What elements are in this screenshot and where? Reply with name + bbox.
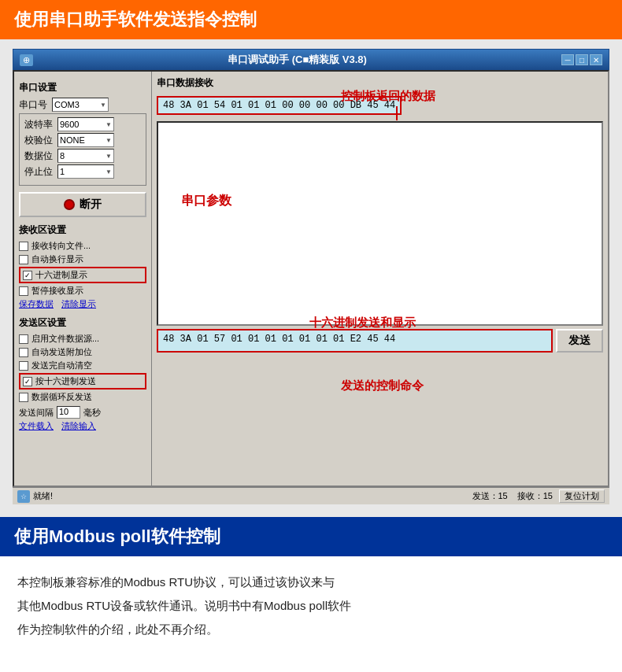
right-panel: 串口数据接收 48 3A 01 54 01 01 01 00 00 00 00 … xyxy=(152,72,608,486)
send-data-display[interactable]: 48 3A 01 57 01 01 01 01 01 01 01 E2 45 4… xyxy=(157,329,553,353)
send-row: 48 3A 01 57 01 01 01 01 01 01 01 E2 45 4… xyxy=(157,329,603,353)
baud-arrow: ▼ xyxy=(106,121,112,128)
send-count: 发送：15 xyxy=(472,490,508,502)
left-panel: 串口设置 串口号 COM3 ▼ 波特率 9600 ▼ 校验位 xyxy=(14,72,152,486)
auto-newline-checkbox[interactable] xyxy=(19,255,28,264)
port-row: 串口号 COM3 ▼ xyxy=(19,98,146,112)
disconnect-button[interactable]: 断开 xyxy=(19,192,146,217)
data-bits-select[interactable]: 8 ▼ xyxy=(57,149,114,163)
baud-row: 波特率 9600 ▼ xyxy=(24,117,141,131)
stop-bits-select[interactable]: 1 ▼ xyxy=(57,164,114,179)
parity-row: 校验位 NONE ▼ xyxy=(24,133,141,147)
recv-links: 保存数据 清除显示 xyxy=(19,298,146,310)
send-complete-row: 发送完自动清空 xyxy=(19,360,146,371)
pause-recv-row: 暂停接收显示 xyxy=(19,285,146,297)
baud-label: 波特率 xyxy=(24,118,57,131)
interval-unit: 毫秒 xyxy=(83,407,101,419)
send-links: 文件载入 清除输入 xyxy=(19,420,146,432)
section2-content: 本控制板兼容标准的Modbus RTU协议，可以通过该协议来与其他Modbus … xyxy=(0,556,622,660)
recv-settings-title: 接收区设置 xyxy=(19,223,146,237)
status-text: 就绪! xyxy=(33,490,472,502)
maximize-button[interactable]: □ xyxy=(576,54,588,65)
file-source-row: 启用文件数据源... xyxy=(19,333,146,345)
disconnect-indicator xyxy=(64,199,75,210)
clear-input-link[interactable]: 清除输入 xyxy=(61,420,96,432)
hex-display-row: 十六进制显示 xyxy=(19,267,146,283)
interval-row: 发送间隔 10 毫秒 xyxy=(19,406,146,419)
section2-paragraph: 本控制板兼容标准的Modbus RTU协议，可以通过该协议来与其他Modbus … xyxy=(17,570,605,641)
window-title: 串口调试助手 (C■精装版 V3.8) xyxy=(33,53,561,67)
close-button[interactable]: ✕ xyxy=(590,54,602,65)
loop-send-row: 数据循环反发送 xyxy=(19,391,146,403)
hex-send-checkbox[interactable] xyxy=(23,377,32,386)
data-bits-arrow: ▼ xyxy=(106,153,112,160)
data-bits-row: 数据位 8 ▼ xyxy=(24,149,141,163)
window-controls: ─ □ ✕ xyxy=(561,54,602,65)
loop-send-checkbox[interactable] xyxy=(19,393,28,402)
port-select-arrow: ▼ xyxy=(100,102,106,109)
file-input-link[interactable]: 文件载入 xyxy=(19,420,54,432)
parity-select[interactable]: NONE ▼ xyxy=(57,133,114,147)
auto-add-row: 自动发送附加位 xyxy=(19,346,146,358)
reset-button[interactable]: 复位计划 xyxy=(559,489,605,503)
send-button[interactable]: 发送 xyxy=(556,329,603,353)
send-settings-title: 发送区设置 xyxy=(19,316,146,330)
auto-newline-row: 自动换行显示 xyxy=(19,253,146,265)
status-counts: 发送：15 接收：15 xyxy=(472,490,554,502)
window-body: 串口设置 串口号 COM3 ▼ 波特率 9600 ▼ 校验位 xyxy=(13,70,609,487)
annotation-send-cmd: 发送的控制命令 xyxy=(341,378,424,393)
recv-count: 接收：15 xyxy=(517,490,553,502)
interval-input[interactable]: 10 xyxy=(57,406,80,419)
clear-display-link[interactable]: 清除显示 xyxy=(61,298,96,310)
window-logo: ⊕ xyxy=(20,54,33,66)
annotation-control-data: 控制板返回的数据 xyxy=(341,89,435,104)
file-source-checkbox[interactable] xyxy=(19,334,28,344)
pause-recv-checkbox[interactable] xyxy=(19,286,28,296)
serial-params-group: 波特率 9600 ▼ 校验位 NONE ▼ 数据位 8 xyxy=(19,113,146,186)
recv-file-checkbox[interactable] xyxy=(19,242,28,251)
parity-arrow: ▼ xyxy=(106,137,112,144)
status-icon: ☆ xyxy=(17,490,30,503)
port-select[interactable]: COM3 ▼ xyxy=(52,98,109,112)
stop-bits-label: 停止位 xyxy=(24,165,57,179)
annotation-hex-display: 十六进制发送和显示 xyxy=(309,316,416,330)
serial-settings-title: 串口设置 xyxy=(19,81,146,94)
port-label: 串口号 xyxy=(19,98,52,112)
hex-display-checkbox[interactable] xyxy=(23,271,32,280)
stop-bits-arrow: ▼ xyxy=(106,168,112,175)
baud-select[interactable]: 9600 ▼ xyxy=(57,117,114,131)
send-complete-checkbox[interactable] xyxy=(19,361,28,371)
software-area: ⊕ 串口调试助手 (C■精装版 V3.8) ─ □ ✕ 串口设置 串口号 COM… xyxy=(0,39,622,517)
stop-bits-row: 停止位 1 ▼ xyxy=(24,164,141,179)
recv-section-title: 串口数据接收 xyxy=(157,76,603,90)
section2-header: 使用Modbus poll软件控制 xyxy=(0,517,622,556)
annotation-arrow-down-1 xyxy=(396,106,398,120)
recv-area-main xyxy=(157,121,603,326)
interval-label: 发送间隔 xyxy=(19,407,54,419)
parity-label: 校验位 xyxy=(24,134,57,147)
auto-add-checkbox[interactable] xyxy=(19,348,28,357)
recv-file-row: 接收转向文件... xyxy=(19,240,146,252)
section1-header: 使用串口助手软件发送指令控制 xyxy=(0,0,622,39)
window-chrome: ⊕ 串口调试助手 (C■精装版 V3.8) ─ □ ✕ xyxy=(13,49,609,70)
minimize-button[interactable]: ─ xyxy=(561,54,574,65)
save-data-link[interactable]: 保存数据 xyxy=(19,298,54,310)
status-bar: ☆ 就绪! 发送：15 接收：15 复位计划 xyxy=(13,487,609,504)
data-bits-label: 数据位 xyxy=(24,150,57,163)
hex-send-row: 按十六进制发送 xyxy=(19,373,146,390)
